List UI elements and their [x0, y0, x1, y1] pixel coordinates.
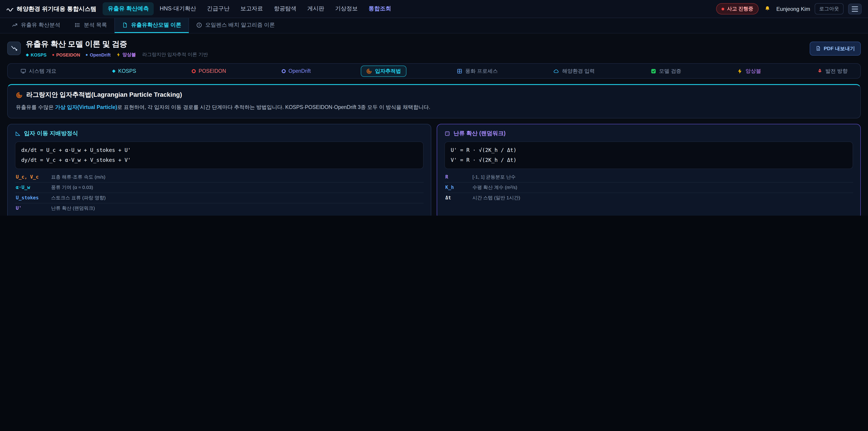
tab-diffusion-model-theory[interactable]: 유출유확산모델 이론	[114, 18, 189, 33]
code-line: U' = R · √(2K_h / Δt)	[451, 146, 847, 155]
term-definitions: U_c, V_c 표층 해류·조류 속도 (m/s) α·U_w 풍류 기여 (…	[15, 172, 424, 213]
section-item-particle-tracking[interactable]: 입자추적법	[361, 65, 406, 76]
equation-cards-row: 입자 이동 지배방정식 dx/dt = U_c + α·U_w + U_stok…	[7, 124, 861, 216]
code-line: dy/dt = V_c + α·V_w + V_stokes + V'	[21, 155, 417, 165]
section-title: 라그랑지안 입자추적법(Lagrangian Particle Tracking…	[16, 91, 852, 99]
term-definitions: R [-1, 1] 균등분포 난수 K_h 수평 확산 계수 (m²/s) Δt…	[444, 172, 853, 203]
rocket-icon	[817, 68, 823, 74]
nav-item-aerial-search[interactable]: 항공탐색	[269, 2, 302, 16]
dot-icon: ●	[86, 53, 88, 57]
section-item-marine-environment-input[interactable]: 해양환경 입력	[548, 65, 600, 76]
term-row: K_h 수평 확산 계수 (m²/s)	[444, 182, 853, 192]
term-row: U_stokes 스토크스 표류 (파랑 영향)	[15, 192, 424, 203]
tab-label: 유출유 확산분석	[21, 21, 60, 29]
badge-ensemble: 앙상블	[116, 52, 136, 58]
card-title: 입자 이동 지배방정식	[15, 130, 424, 137]
badge-kosps: ◆ KOSPS	[26, 52, 46, 57]
tab-label: 유출유확산모델 이론	[131, 21, 181, 29]
nav-item-weather-info[interactable]: 기상정보	[330, 2, 363, 16]
nav-item-reports[interactable]: 보고자료	[236, 2, 268, 16]
page-icon	[7, 41, 21, 55]
app-root: 해양환경 위기대응 통합시스템 유출유 확산예측 HNS·대기확산 긴급구난 보…	[0, 0, 868, 216]
vortex-icon	[366, 68, 372, 74]
chart-icon	[12, 22, 18, 28]
page-meta: ◆ KOSPS ● POSEIDON ● OpenDrift 앙상블	[26, 52, 208, 58]
incident-status-badge: 사고 진행중	[716, 3, 758, 14]
main-content: 라그랑지안 입자추적법(Lagrangian Particle Tracking…	[0, 79, 868, 216]
section-nav: 시스템 개요 ◆ KOSPS POSEIDON OpenDrift 입자추적법 …	[7, 63, 861, 79]
term-row: U' 난류 확산 (랜덤워크)	[15, 203, 424, 213]
triangle-ruler-icon	[15, 131, 21, 137]
incident-dot-icon	[721, 7, 724, 10]
dot-icon: ●	[52, 53, 55, 57]
random-walk-code: U' = R · √(2K_h / Δt) V' = R · √(2K_h / …	[444, 142, 853, 169]
pdf-icon	[815, 45, 821, 51]
app-title: 해양환경 위기대응 통합시스템	[17, 5, 96, 13]
governing-equation-card: 입자 이동 지배방정식 dx/dt = U_c + α·U_w + U_stok…	[7, 124, 431, 216]
nav-item-emergency-rescue[interactable]: 긴급구난	[202, 2, 235, 16]
cloud-icon	[554, 68, 559, 74]
page-subtitle: 라그랑지안 입자추적 이론 기반	[142, 52, 208, 58]
term-row: R [-1, 1] 균등분포 난수	[444, 172, 853, 182]
section-description: 유출유를 수많은 가상 입자(Virtual Particle)로 표현하여, …	[16, 103, 852, 112]
user-name: Eunjeong Kim	[776, 6, 810, 12]
lagrangian-intro-panel: 라그랑지안 입자추적법(Lagrangian Particle Tracking…	[7, 84, 861, 119]
bell-icon	[764, 5, 771, 12]
notifications-button[interactable]	[763, 4, 772, 13]
section-item-kosps[interactable]: ◆ KOSPS	[107, 66, 142, 76]
tab-analysis-list[interactable]: 분석 목록	[68, 18, 114, 33]
hamburger-icon	[852, 6, 858, 7]
app-logo[interactable]: 해양환경 위기대응 통합시스템	[6, 5, 96, 13]
nav-item-integrated-search[interactable]: 통합조회	[364, 2, 396, 16]
governing-equation-code: dx/dt = U_c + α·U_w + U_stokes + U' dy/d…	[15, 142, 424, 169]
pdf-export-button[interactable]: PDF 내보내기	[810, 41, 861, 55]
section-item-future-direction[interactable]: 발전 방향	[811, 65, 853, 76]
lightning-icon	[116, 53, 121, 57]
section-item-opendrift[interactable]: OpenDrift	[276, 66, 316, 76]
grid-icon	[457, 68, 463, 74]
check-icon	[651, 68, 656, 74]
code-line: V' = R · √(2K_h / Δt)	[451, 155, 847, 165]
section-item-system-overview[interactable]: 시스템 개요	[15, 65, 62, 76]
section-item-ensemble[interactable]: 앙상블	[732, 65, 767, 76]
badge-opendrift: ● OpenDrift	[86, 52, 111, 57]
tab-label: 오일펜스 배치 알고리즘 이론	[205, 21, 275, 29]
nav-item-board[interactable]: 게시판	[303, 2, 329, 16]
info-circle-icon	[196, 22, 202, 28]
incident-label: 사고 진행중	[727, 5, 753, 12]
nav-item-oil-spill-prediction[interactable]: 유출유 확산예측	[103, 2, 154, 16]
main-nav: 유출유 확산예측 HNS·대기확산 긴급구난 보고자료 항공탐색 게시판 기상정…	[103, 2, 396, 16]
ring-icon	[192, 69, 196, 73]
trend-icon	[10, 45, 18, 52]
logo-wave-icon	[6, 5, 13, 12]
ring-icon	[282, 69, 286, 73]
diamond-icon: ◆	[112, 69, 116, 73]
term-row: Δt 시간 스텝 (일반 1시간)	[444, 192, 853, 203]
tab-label: 분석 목록	[84, 21, 107, 29]
monitor-icon	[20, 68, 26, 74]
logout-button[interactable]: 로그아웃	[815, 3, 844, 14]
page-header: 유출유 확산 모델 이론 및 검증 ◆ KOSPS ● POSEIDON ● O…	[0, 33, 868, 62]
sub-tabbar: 유출유 확산분석 분석 목록 유출유확산모델 이론 오일펜스 배치 알고리즘 이…	[0, 18, 868, 33]
section-item-weathering-process[interactable]: 풍화 프로세스	[451, 65, 503, 76]
page-title: 유출유 확산 모델 이론 및 검증	[26, 39, 208, 49]
badge-poseidon: ● POSEIDON	[52, 52, 80, 57]
tab-oil-fence-algorithm-theory[interactable]: 오일펜스 배치 알고리즘 이론	[189, 18, 282, 33]
turbulent-diffusion-card: 난류 확산 (랜덤워크) U' = R · √(2K_h / Δt) V' = …	[437, 124, 861, 216]
top-navbar: 해양환경 위기대응 통합시스템 유출유 확산예측 HNS·대기확산 긴급구난 보…	[0, 0, 868, 18]
list-icon	[75, 22, 81, 28]
document-icon	[122, 22, 128, 28]
term-row: α·U_w 풍류 기여 (α ≈ 0.03)	[15, 182, 424, 192]
diamond-icon: ◆	[26, 53, 29, 57]
section-item-poseidon[interactable]: POSEIDON	[186, 66, 231, 76]
card-title: 난류 확산 (랜덤워크)	[444, 130, 853, 137]
code-line: dx/dt = U_c + α·U_w + U_stokes + U'	[21, 146, 417, 155]
dice-icon	[444, 131, 450, 137]
lightning-icon	[737, 68, 743, 74]
vortex-icon	[16, 92, 23, 98]
term-row: U_c, V_c 표층 해류·조류 속도 (m/s)	[15, 172, 424, 182]
nav-item-hns-air-dispersion[interactable]: HNS·대기확산	[155, 2, 201, 16]
menu-button[interactable]	[848, 3, 862, 14]
tab-oil-spill-analysis[interactable]: 유출유 확산분석	[4, 18, 68, 33]
section-item-model-validation[interactable]: 모델 검증	[645, 65, 687, 76]
